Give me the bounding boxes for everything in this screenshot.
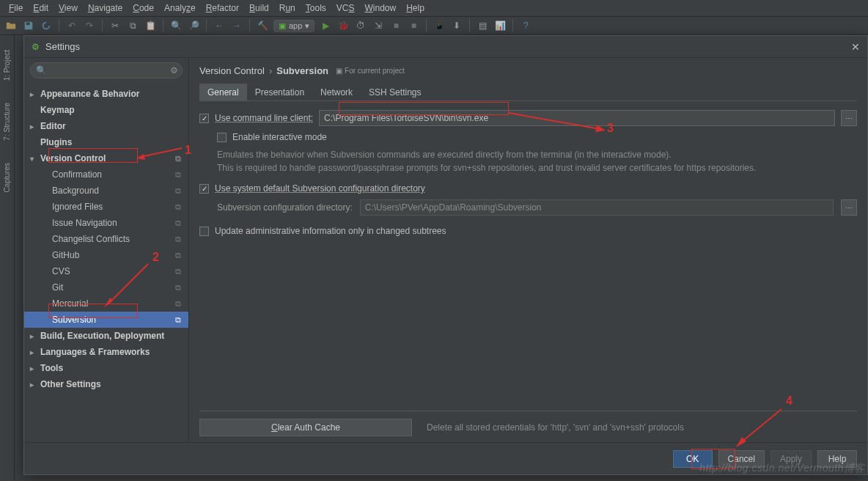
sidebar-item-build-execution-deployment[interactable]: Build, Execution, Deployment <box>24 328 188 344</box>
interactive-checkbox[interactable] <box>217 133 227 142</box>
menu-view[interactable]: View <box>54 1 82 15</box>
dialog-title-text: Settings <box>45 41 845 52</box>
menu-analyze[interactable]: Analyze <box>160 1 200 15</box>
paste-icon[interactable]: 📋 <box>144 19 157 32</box>
settings-search-input[interactable] <box>30 62 183 78</box>
copy-icon: ⧉ <box>175 219 181 228</box>
main-toolbar: ↶ ↷ ✂ ⧉ 📋 🔍 🔎 ← → 🔨 ▣ app ▾ ▶ 🐞 ⏱ ⇲ ■ ■ … <box>0 16 868 35</box>
sidebar-item-background[interactable]: Background⧉ <box>24 183 188 199</box>
cut-icon[interactable]: ✂ <box>108 19 122 32</box>
sdk-icon[interactable]: ⬇ <box>450 19 463 32</box>
sidebar-item-tools[interactable]: Tools <box>24 360 188 376</box>
debug-icon[interactable]: 🐞 <box>336 19 350 32</box>
run-config-selector[interactable]: ▣ app ▾ <box>273 20 315 32</box>
menu-file[interactable]: File <box>4 1 27 15</box>
back-icon[interactable]: ← <box>213 19 226 32</box>
sidebar-item-languages-frameworks[interactable]: Languages & Frameworks <box>24 344 188 360</box>
sidebar-item-git[interactable]: Git⧉ <box>24 279 188 295</box>
rail-captures[interactable]: Captures <box>3 163 11 193</box>
cli-browse-button[interactable]: ⋯ <box>841 110 857 126</box>
sidebar-item-issue-navigation[interactable]: Issue Navigation⧉ <box>24 215 188 231</box>
use-cli-checkbox[interactable] <box>199 114 209 123</box>
undo-icon[interactable]: ↶ <box>65 19 78 32</box>
tab-presentation[interactable]: Presentation <box>247 84 312 100</box>
search-icon: 🔍 <box>36 65 47 76</box>
settings-content: Version Control › Subversion ▣For curren… <box>189 58 867 442</box>
redo-icon[interactable]: ↷ <box>83 19 96 32</box>
copy-icon: ⧉ <box>175 235 181 244</box>
sidebar-item-plugins[interactable]: Plugins <box>24 134 188 150</box>
forward-icon[interactable]: → <box>230 19 243 32</box>
svg-rect-0 <box>26 23 30 26</box>
copy-icon: ⧉ <box>175 170 181 180</box>
config-dir-input <box>360 199 834 216</box>
tab-network[interactable]: Network <box>312 84 361 100</box>
make-icon[interactable]: 🔨 <box>256 19 269 32</box>
sidebar-item-other-settings[interactable]: Other Settings <box>24 376 188 392</box>
sync-icon[interactable] <box>40 19 53 32</box>
menu-build[interactable]: Build <box>245 1 273 15</box>
menu-refactor[interactable]: Refactor <box>202 1 243 15</box>
rail-project[interactable]: 1: Project <box>3 50 11 81</box>
clear-auth-button[interactable]: Clear Auth Cache <box>199 419 412 436</box>
breadcrumb-leaf: Subversion <box>276 65 328 76</box>
sidebar-item-version-control[interactable]: Version Control⧉ <box>24 150 188 166</box>
help-icon[interactable]: ? <box>519 19 532 32</box>
help-text: Emulates the behavior when Subversion co… <box>199 148 857 175</box>
layout-icon[interactable]: ▤ <box>476 19 489 32</box>
menu-window[interactable]: Window <box>360 1 400 15</box>
run-icon[interactable]: ▶ <box>319 19 332 32</box>
use-default-dir-label: Use system default Subversion configurat… <box>215 183 425 194</box>
menu-run[interactable]: Run <box>275 1 300 15</box>
tab-ssh-settings[interactable]: SSH Settings <box>361 84 429 100</box>
for-project-chip: ▣For current project <box>336 67 405 75</box>
tab-general[interactable]: General <box>199 84 247 101</box>
copy-icon: ⧉ <box>175 283 181 293</box>
sidebar-item-cvs[interactable]: CVS⧉ <box>24 263 188 279</box>
replace-icon[interactable]: 🔎 <box>187 19 200 32</box>
use-default-dir-checkbox[interactable] <box>199 184 209 194</box>
stop2-icon[interactable]: ■ <box>407 19 420 32</box>
copy-icon[interactable]: ⧉ <box>126 19 139 32</box>
sidebar-item-appearance-behavior[interactable]: Appearance & Behavior <box>24 86 188 102</box>
chevron-down-icon: ▾ <box>305 21 309 31</box>
search-options-icon[interactable]: ⚙ <box>170 65 178 76</box>
update-admin-checkbox[interactable] <box>199 227 209 236</box>
config-dir-browse-button[interactable]: ⋯ <box>841 199 857 216</box>
sidebar-item-confirmation[interactable]: Confirmation⧉ <box>24 166 188 183</box>
sidebar-item-editor[interactable]: Editor <box>24 118 188 134</box>
open-icon[interactable] <box>4 19 18 32</box>
sidebar-item-github[interactable]: GitHub⧉ <box>24 247 188 263</box>
close-icon[interactable]: ✕ <box>851 41 860 53</box>
sidebar-item-keymap[interactable]: Keymap <box>24 102 188 118</box>
menu-tools[interactable]: Tools <box>301 1 331 15</box>
copy-icon: ⧉ <box>175 299 181 309</box>
interactive-label: Enable interactive mode <box>232 132 327 142</box>
android-icon: ▣ <box>279 21 286 31</box>
avd-icon[interactable]: 📱 <box>433 19 446 32</box>
menu-code[interactable]: Code <box>128 1 158 15</box>
menu-navigate[interactable]: Navigate <box>84 1 127 15</box>
attach-icon[interactable]: ⇲ <box>372 19 385 32</box>
sidebar-item-subversion[interactable]: Subversion⧉ <box>24 312 188 328</box>
profile-icon[interactable]: ⏱ <box>354 19 367 32</box>
menu-edit[interactable]: Edit <box>29 1 53 15</box>
sidebar-item-changelist-conflicts[interactable]: Changelist Conflicts⧉ <box>24 231 188 247</box>
find-icon[interactable]: 🔍 <box>169 19 183 32</box>
stop-icon[interactable]: ■ <box>389 19 402 32</box>
copy-icon: ⧉ <box>175 267 181 276</box>
clear-auth-desc: Delete all stored credentials for 'http'… <box>427 422 684 433</box>
copy-icon: ⧉ <box>175 186 181 196</box>
sidebar-item-ignored-files[interactable]: Ignored Files⧉ <box>24 199 188 215</box>
watermark: http://blog.csdn.net/Vermouth博客 <box>699 462 865 475</box>
save-icon[interactable] <box>22 19 35 32</box>
rail-structure[interactable]: 7: Structure <box>3 103 11 141</box>
cli-path-input[interactable] <box>319 110 835 126</box>
monitor-icon[interactable]: 📊 <box>493 19 507 32</box>
sidebar-item-mercurial[interactable]: Mercurial⧉ <box>24 295 188 312</box>
menu-vcs[interactable]: VCS <box>332 1 359 15</box>
breadcrumb-root[interactable]: Version Control <box>199 65 265 76</box>
tool-window-rail: 1: Project 7: Structure Captures <box>0 35 15 481</box>
settings-tree[interactable]: Appearance & BehaviorKeymapEditorPlugins… <box>24 83 188 442</box>
menu-help[interactable]: Help <box>402 1 429 15</box>
